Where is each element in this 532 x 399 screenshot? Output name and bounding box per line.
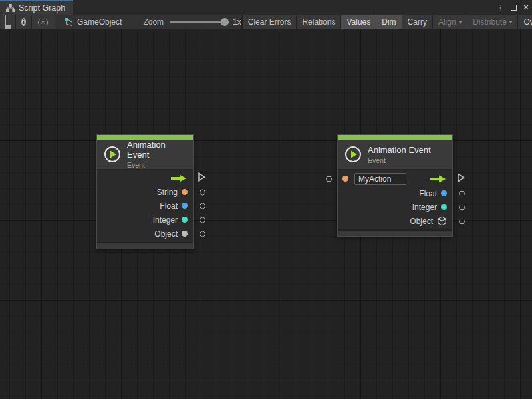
integer-type-dot <box>441 204 447 210</box>
output-row-string: String <box>97 185 193 199</box>
overview-button[interactable]: Overv <box>518 15 532 29</box>
dim-toggle[interactable]: Dim <box>376 15 402 29</box>
integer-output-port[interactable] <box>459 204 465 210</box>
integer-type-dot <box>182 217 188 223</box>
toolbar-middle: GameObject Zoom 1x <box>55 15 242 29</box>
info-icon: i <box>21 18 26 26</box>
flow-output-port[interactable] <box>457 173 465 185</box>
info-button[interactable]: i <box>16 15 32 29</box>
distribute-dropdown[interactable]: Distribute▾ <box>467 15 518 29</box>
relations-button[interactable]: Relations <box>297 15 341 29</box>
port-label: Object <box>410 217 433 226</box>
object-output-port[interactable] <box>200 231 205 237</box>
graph-canvas[interactable]: Animation Event Event String Float <box>0 29 532 399</box>
node-subtitle: Event <box>368 156 431 164</box>
port-label: Integer <box>412 203 437 212</box>
flow-arrow-icon <box>430 175 447 183</box>
lock-icon <box>5 15 11 29</box>
event-play-icon <box>104 146 121 163</box>
node-footer <box>338 229 452 236</box>
float-type-dot <box>182 203 188 209</box>
float-type-dot <box>441 190 447 196</box>
port-label: Float <box>160 201 178 211</box>
node-body: String Float Integer Object <box>97 170 193 242</box>
flow-output-row <box>97 171 193 185</box>
animation-event-node-right[interactable]: Animation Event Event Float <box>337 134 453 237</box>
node-body: Float Integer Object <box>338 170 452 229</box>
gameobject-reference[interactable]: GameObject <box>65 17 122 27</box>
object-output-port[interactable] <box>459 218 465 224</box>
chevron-down-icon: ▾ <box>459 19 462 25</box>
window-menu-icon[interactable]: ⋮ <box>496 3 505 12</box>
node-footer <box>97 242 193 249</box>
tab-label: Script Graph <box>19 3 65 13</box>
float-output-port[interactable] <box>459 190 465 196</box>
values-toggle[interactable]: Values <box>341 15 376 29</box>
port-label: Object <box>154 229 178 239</box>
string-type-dot <box>342 176 348 182</box>
zoom-label: Zoom <box>143 17 164 27</box>
zoom-value: 1x <box>233 17 241 27</box>
zoom-control: Zoom 1x <box>143 17 241 27</box>
string-output-port[interactable] <box>200 189 205 195</box>
port-label: Float <box>419 189 437 198</box>
object-type-dot <box>182 231 188 237</box>
zoom-slider-handle[interactable] <box>221 18 229 26</box>
chevron-down-icon: ▾ <box>509 19 513 25</box>
node-title: Animation Event <box>127 140 186 160</box>
node-color-bar <box>97 135 193 140</box>
maximize-icon[interactable] <box>511 5 517 11</box>
output-row-integer: Integer <box>338 200 452 214</box>
zoom-slider-track <box>170 21 229 23</box>
node-subtitle: Event <box>127 161 186 169</box>
tab-bar: Script Graph ⋮ ✕ <box>0 0 532 15</box>
float-output-port[interactable] <box>200 203 205 209</box>
graph-toolbar: i ⟨×⟩ GameObject Zoom 1x Clear Errors Re… <box>0 15 532 29</box>
output-row-float: Float <box>97 199 193 213</box>
carry-toggle[interactable]: Carry <box>402 15 433 29</box>
node-header[interactable]: Animation Event Event <box>338 140 452 170</box>
event-play-icon <box>344 146 362 163</box>
string-type-dot <box>182 189 188 195</box>
output-row-integer: Integer <box>97 213 193 227</box>
port-label: Integer <box>153 215 178 225</box>
node-color-bar <box>338 135 452 140</box>
port-label: String <box>157 188 178 197</box>
animation-event-node-left[interactable]: Animation Event Event String Float <box>96 134 194 249</box>
output-row-object: Object <box>338 214 452 228</box>
node-header[interactable]: Animation Event Event <box>97 140 193 170</box>
gameobject-label: GameObject <box>77 17 122 27</box>
action-input-row <box>338 171 452 186</box>
zoom-slider[interactable] <box>170 18 229 26</box>
close-icon[interactable]: ✕ <box>523 3 529 11</box>
clear-errors-button[interactable]: Clear Errors <box>243 15 297 29</box>
insert-node-icon: ⟨×⟩ <box>37 18 49 27</box>
tab-script-graph[interactable]: Script Graph <box>0 0 73 15</box>
window-controls: ⋮ ✕ <box>496 0 529 15</box>
insert-node-button[interactable]: ⟨×⟩ <box>32 15 55 29</box>
graph-icon <box>5 3 15 13</box>
align-dropdown[interactable]: Align▾ <box>433 15 467 29</box>
flow-arrow-icon <box>170 174 188 182</box>
output-row-object: Object <box>97 227 193 241</box>
action-name-field[interactable] <box>354 173 406 185</box>
flow-output-port[interactable] <box>198 172 205 184</box>
action-input-port[interactable] <box>326 176 332 182</box>
lock-button[interactable] <box>0 15 16 29</box>
node-title: Animation Event <box>368 145 431 155</box>
cube-icon <box>437 216 447 226</box>
integer-output-port[interactable] <box>200 217 205 223</box>
script-machine-icon <box>65 17 74 27</box>
output-row-float: Float <box>338 186 452 200</box>
